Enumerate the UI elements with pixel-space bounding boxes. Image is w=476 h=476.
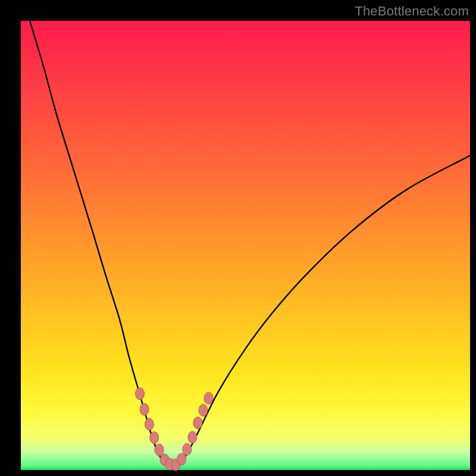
highlight-dot <box>136 388 145 400</box>
highlight-dot <box>145 418 154 430</box>
highlight-dot <box>199 405 208 416</box>
highlight-dot <box>150 432 159 444</box>
chart-stage: TheBottleneck.com <box>0 0 476 476</box>
highlight-dot <box>140 403 149 415</box>
highlight-dot <box>193 417 202 429</box>
highlight-dot <box>177 453 186 465</box>
bottleneck-curve <box>30 21 470 466</box>
highlight-dot <box>204 392 213 404</box>
highlight-dot <box>155 444 164 456</box>
highlight-dot <box>188 431 197 443</box>
highlight-dot <box>183 443 192 455</box>
plot-area <box>21 21 470 470</box>
highlight-dots <box>136 388 214 471</box>
curve-layer <box>21 21 470 470</box>
watermark-text: TheBottleneck.com <box>355 4 469 19</box>
